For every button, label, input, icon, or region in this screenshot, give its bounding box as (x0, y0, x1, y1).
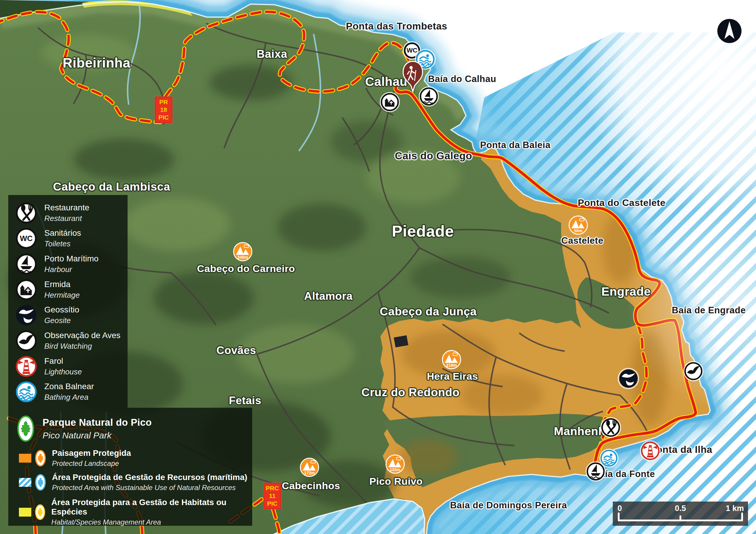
park-leaf-icon (17, 416, 34, 442)
peak-marker-castelete: 50m (568, 216, 588, 235)
hermitage-icon (15, 279, 37, 301)
legend-area-marine-resources: Área Protegida de Gestão de Recursos (ma… (19, 472, 247, 492)
label-covaes: Covães (216, 345, 256, 356)
label-castelete: Castelete (561, 236, 603, 245)
label-cruz-do-redondo: Cruz do Redondo (362, 387, 460, 398)
label-cabeco-da-junca: Cabeço da Junça (380, 306, 477, 317)
legend-item-harbour: Porto Marítimo Harbour (15, 253, 99, 275)
label-baixa: Baixa (256, 48, 287, 60)
geosite-icon (15, 304, 37, 326)
scale-bar: 0 0.5 1 km (613, 501, 748, 526)
legend-item-bathing-area: Zona Balnear Bathing Area (15, 381, 94, 403)
harbour-icon (15, 253, 37, 275)
leaf-icon-orange (35, 450, 46, 467)
restaurant-icon (601, 418, 620, 437)
peak-marker-cabecinhos: 172m (300, 458, 319, 477)
bathing-area-icon (15, 381, 37, 403)
label-ponta-do-castelete: Ponta do Castelete (578, 198, 665, 207)
harbour-icon (419, 87, 438, 106)
trail-marker-prc11: PRC 11 PIC (263, 483, 281, 509)
pico-natural-park-map: Ribeirinha Baixa Ponta das Trombetas Cal… (0, 0, 756, 534)
restaurant-icon (15, 202, 37, 224)
label-baia-do-calhau: Baía do Calhau (428, 74, 497, 84)
hermitage-icon (381, 93, 399, 111)
legend-item-hermitage: Ermida Hermitage (15, 279, 80, 301)
lighthouse-icon (641, 441, 660, 460)
harbour-icon (586, 462, 605, 481)
label-baia-de-domingos-pereira: Baía de Domingos Pereira (450, 501, 567, 510)
legend-area-protected-landscape: Paisagem Protegida Protected Landscape (19, 448, 131, 468)
legend-area-habitat-species: Área Protegida para a Gestão de Habitats… (19, 498, 252, 526)
legend-park-panel: Parque Natural do Pico Pico Natural Park… (8, 408, 252, 526)
label-ponta-das-trombetas: Ponta das Trombetas (346, 21, 447, 31)
label-engrade: Engrade (601, 286, 651, 298)
label-fetais: Fetais (229, 395, 261, 406)
label-cabeco-do-carneiro: Cabeço do Carneiro (197, 264, 295, 273)
leaf-icon-blue (35, 474, 46, 491)
geosite-icon (619, 369, 638, 388)
label-hera-eiras: Hera Eiras (427, 371, 478, 381)
lighthouse-icon (15, 356, 37, 377)
leaf-icon-yellow (35, 504, 45, 521)
park-header: Parque Natural do Pico Pico Natural Park (17, 416, 152, 442)
label-altamora: Altamora (304, 291, 353, 301)
legend-item-toilets: WC Sanitários Toiletes (15, 227, 81, 249)
label-pico-ruivo: Pico Ruivo (369, 476, 423, 486)
legend-item-restaurant: Restaurante Restaurant (15, 202, 90, 224)
label-ribeirinha: Ribeirinha (63, 56, 130, 70)
legend-amenities-panel: Restaurante Restaurant WC Sanitários Toi… (8, 195, 127, 408)
label-cais-do-galego: Cais do Galego (395, 150, 472, 161)
bird-watching-icon (15, 330, 37, 352)
yellow-swatch (19, 508, 31, 517)
label-baia-de-engrade: Baía de Engrade (672, 306, 746, 315)
orange-swatch (19, 454, 31, 463)
label-ponta-da-baleia: Ponta da Baleia (480, 140, 551, 150)
label-cabecinhos: Cabecinhos (282, 481, 340, 491)
legend-item-lighthouse: Farol Lighthouse (15, 356, 82, 377)
label-piedade: Piedade (392, 223, 454, 239)
trail-marker-pr18: PR 18 PIC (155, 96, 173, 123)
peak-marker-cabeco-do-carneiro: 348m (233, 242, 253, 261)
north-arrow-icon (717, 18, 742, 45)
legend-item-bird-watching: Observação de Aves Bird Watching (15, 330, 121, 352)
bird-watching-icon (684, 362, 703, 380)
hatched-swatch (19, 478, 31, 487)
peak-marker-pico-ruivo: 103m (385, 454, 405, 474)
peak-marker-hera-eiras: 218m (442, 350, 461, 369)
legend-item-geosite: Geossítio Geosite (15, 304, 79, 326)
label-cabeco-da-lambisca: Cabeço da Lambisca (53, 181, 170, 192)
